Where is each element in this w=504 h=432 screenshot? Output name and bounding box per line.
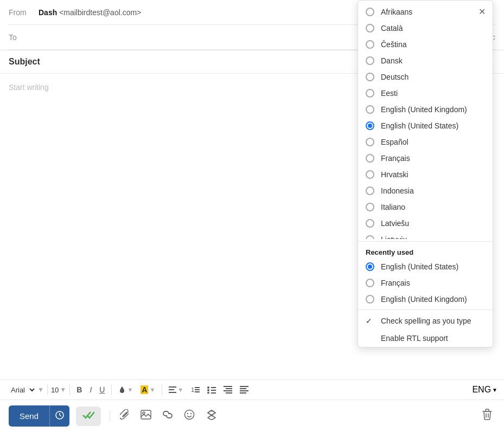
- align-icon: [169, 386, 176, 393]
- svg-point-7: [207, 386, 209, 389]
- recently-used-name: English (United States): [381, 262, 458, 271]
- enable-rtl-item[interactable]: Enable RTL support: [358, 330, 493, 347]
- language-radio: [366, 121, 374, 130]
- font-bg-color-button[interactable]: A ▼: [137, 383, 158, 396]
- language-item[interactable]: Afrikaans: [358, 4, 493, 20]
- svg-rect-31: [486, 409, 489, 411]
- delete-button[interactable]: [479, 405, 495, 427]
- language-item[interactable]: Italiano: [358, 199, 493, 215]
- language-radio: [366, 8, 374, 16]
- language-radio: [366, 105, 374, 114]
- svg-marker-30: [208, 410, 215, 415]
- svg-rect-2: [169, 392, 176, 393]
- link-button[interactable]: [159, 406, 176, 426]
- language-item[interactable]: Indonesia: [358, 183, 493, 199]
- language-dropdown: ✕ AfrikaansCatalàČeštinaDanskDeutschEest…: [358, 0, 493, 347]
- language-item[interactable]: Latviešu: [358, 215, 493, 231]
- font-family-chevron: ▼: [37, 386, 44, 394]
- emoji-button[interactable]: [181, 406, 198, 426]
- check-spelling-item[interactable]: ✓ Check spelling as you type: [358, 312, 493, 330]
- language-item[interactable]: English (United States): [358, 118, 493, 134]
- confirm-button[interactable]: [76, 407, 101, 426]
- ordered-list-button[interactable]: 1.: [188, 384, 203, 396]
- language-item[interactable]: Čeština: [358, 36, 493, 53]
- svg-rect-19: [240, 390, 248, 391]
- outdent-button[interactable]: [220, 384, 235, 396]
- language-item[interactable]: Lietuvių: [358, 231, 493, 239]
- language-radio: [366, 203, 374, 211]
- language-radio: [366, 138, 374, 146]
- dropdown-close-button[interactable]: ✕: [475, 5, 488, 18]
- from-value: Dash <mailbirdtest@aol.com>: [39, 8, 141, 17]
- svg-rect-16: [226, 392, 232, 394]
- font-highlight-icon: A: [141, 385, 148, 394]
- recently-used-radio: [366, 295, 374, 304]
- language-item[interactable]: Français: [358, 150, 493, 166]
- indent-button[interactable]: [237, 384, 252, 396]
- double-check-icon: [82, 411, 94, 420]
- language-name: Dansk: [381, 56, 403, 65]
- image-button[interactable]: [137, 407, 155, 425]
- outdent-icon: [224, 386, 232, 394]
- from-name: Dash: [39, 8, 57, 17]
- unordered-list-button[interactable]: [204, 384, 219, 396]
- recently-used-header: Recently used: [358, 244, 493, 259]
- subject-label: Subject: [9, 57, 40, 66]
- recently-used-item[interactable]: Français: [358, 275, 493, 291]
- svg-rect-24: [141, 410, 151, 419]
- attachment-icon: [120, 409, 130, 420]
- emoji-icon: [184, 409, 195, 420]
- language-selector[interactable]: ENG ▼: [472, 385, 497, 395]
- formatting-toolbar: Arial ▼ 10 ▼ B I U ▼ A ▼: [0, 379, 504, 399]
- language-radio: [366, 219, 374, 228]
- svg-point-26: [185, 410, 194, 420]
- italic-button[interactable]: I: [86, 383, 95, 396]
- align-button[interactable]: ▼: [165, 384, 187, 395]
- language-item[interactable]: English (United Kingdom): [358, 101, 493, 118]
- recently-used-name: English (United Kingdom): [381, 295, 467, 304]
- language-item[interactable]: Hrvatski: [358, 166, 493, 183]
- attachment-button[interactable]: [117, 406, 133, 426]
- recently-used-item[interactable]: English (United States): [358, 259, 493, 275]
- language-item[interactable]: Español: [358, 134, 493, 150]
- language-item[interactable]: Eesti: [358, 85, 493, 101]
- to-label: To: [9, 33, 39, 42]
- language-name: English (United Kingdom): [381, 105, 467, 114]
- language-name: Català: [381, 24, 403, 33]
- send-button[interactable]: Send: [9, 406, 49, 426]
- dropbox-button[interactable]: [202, 406, 221, 426]
- font-size-value: 10: [51, 386, 59, 394]
- language-radio: [366, 40, 374, 49]
- recently-used-list: English (United States)FrançaisEnglish (…: [358, 259, 493, 307]
- language-radio: [366, 89, 374, 98]
- recently-used-radio: [366, 279, 374, 287]
- svg-rect-13: [224, 386, 232, 387]
- svg-rect-10: [211, 387, 216, 388]
- separator-1: [358, 241, 493, 242]
- divider-3: [111, 384, 112, 395]
- language-item[interactable]: Dansk: [358, 53, 493, 69]
- language-name: English (United States): [381, 121, 458, 130]
- bottom-toolbar: Send: [0, 399, 504, 432]
- svg-rect-6: [195, 391, 200, 392]
- svg-rect-15: [224, 390, 232, 391]
- font-family-select[interactable]: Arial: [7, 384, 36, 396]
- send-schedule-button[interactable]: [49, 405, 69, 427]
- svg-point-28: [190, 413, 192, 414]
- language-item[interactable]: Deutsch: [358, 69, 493, 85]
- language-radio: [366, 56, 374, 65]
- language-name: Español: [381, 138, 409, 146]
- language-radio: [366, 186, 374, 195]
- trash-icon: [482, 409, 492, 421]
- recently-used-name: Français: [381, 279, 410, 287]
- svg-rect-12: [211, 392, 216, 394]
- svg-rect-5: [195, 389, 200, 390]
- svg-line-23: [60, 415, 61, 416]
- language-name: Latviešu: [381, 219, 409, 228]
- language-item[interactable]: Català: [358, 20, 493, 36]
- bold-button[interactable]: B: [73, 383, 85, 396]
- svg-point-9: [207, 392, 209, 394]
- recently-used-item[interactable]: English (United Kingdom): [358, 291, 493, 307]
- text-color-button[interactable]: ▼: [115, 384, 136, 396]
- underline-button[interactable]: U: [96, 383, 108, 396]
